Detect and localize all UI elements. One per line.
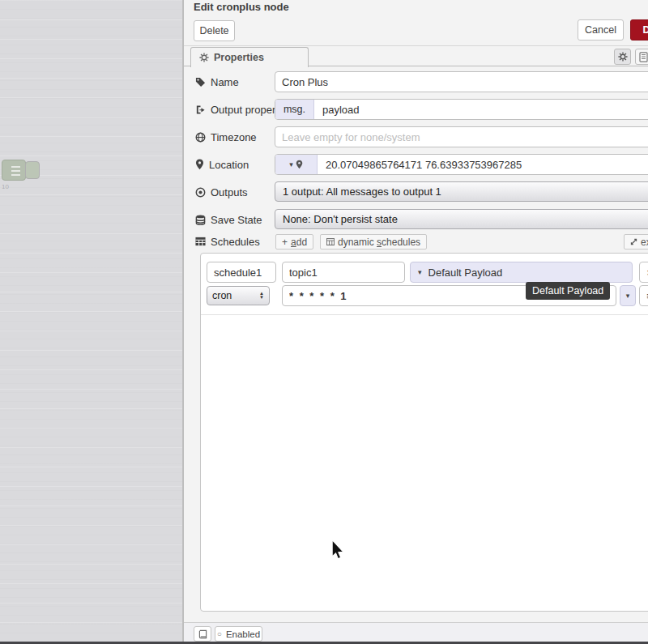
dot-circle-icon bbox=[195, 187, 206, 198]
book-icon bbox=[198, 629, 207, 639]
map-marker-icon bbox=[296, 160, 303, 169]
tab-bar: Properties bbox=[184, 47, 648, 66]
output-property-label: Output property bbox=[195, 99, 284, 120]
schedule-menu-button[interactable]: ≡ bbox=[639, 285, 648, 306]
select-updown-icon: ▲▼ bbox=[259, 292, 264, 300]
save-state-label: Save State bbox=[195, 209, 262, 230]
map-marker-icon bbox=[195, 159, 204, 170]
delete-button[interactable]: Delete bbox=[194, 20, 235, 41]
schedule-list-item: ▾ Default Payload × cron ▲▼ ▾ ≡ Default … bbox=[201, 254, 648, 315]
document-icon bbox=[639, 52, 648, 62]
cancel-button[interactable]: Cancel bbox=[578, 19, 624, 41]
plus-icon: + bbox=[282, 237, 288, 248]
outputs-select[interactable]: 1 output: All messages to output 1 bbox=[275, 181, 648, 202]
globe-icon bbox=[195, 132, 206, 143]
name-input[interactable] bbox=[275, 71, 648, 92]
schedules-list: ▾ Default Payload × cron ▲▼ ▾ ≡ Default … bbox=[200, 253, 648, 612]
location-value: 20.07049865764171 76.63933753967285 bbox=[326, 159, 522, 171]
tray-footer: ○ Enabled bbox=[184, 622, 648, 642]
caret-down-icon: ▾ bbox=[289, 160, 293, 168]
location-input[interactable]: ▾ 20.07049865764171 76.63933753967285 bbox=[275, 154, 648, 175]
caret-down-icon: ▾ bbox=[626, 292, 630, 300]
location-type-chip[interactable]: ▾ bbox=[275, 155, 318, 174]
tray-toolbar: Delete Cancel Done bbox=[184, 15, 648, 46]
toggle-circle-icon: ○ bbox=[217, 629, 222, 638]
remove-schedule-button[interactable]: × bbox=[639, 262, 648, 283]
dynamic-schedules-button[interactable]: dynamic schedules bbox=[320, 234, 427, 249]
msg-type-chip[interactable]: msg. bbox=[275, 100, 314, 119]
database-icon bbox=[195, 215, 206, 225]
expand-icon bbox=[630, 238, 637, 245]
description-tab-button[interactable] bbox=[635, 49, 648, 65]
table-icon bbox=[195, 237, 206, 246]
schedule-topic-input[interactable] bbox=[282, 262, 405, 283]
gear-icon bbox=[199, 53, 209, 62]
tray-title: Edit cronplus node bbox=[194, 1, 289, 13]
caret-down-icon: ▾ bbox=[418, 268, 422, 276]
table-icon bbox=[326, 238, 335, 245]
node-help-button[interactable] bbox=[194, 626, 211, 642]
done-button[interactable]: Done bbox=[630, 19, 648, 41]
timezone-label: Timezone bbox=[195, 126, 257, 147]
output-property-value: payload bbox=[322, 104, 360, 116]
location-label: Location bbox=[195, 154, 249, 175]
properties-tab-button[interactable] bbox=[614, 49, 631, 65]
tag-icon bbox=[195, 77, 206, 87]
mouse-cursor bbox=[330, 540, 345, 561]
outputs-label: Outputs bbox=[195, 181, 248, 203]
expand-button[interactable]: expand bbox=[624, 234, 648, 249]
node-enabled-toggle[interactable]: ○ Enabled bbox=[215, 626, 262, 642]
save-state-select[interactable]: None: Don't persist state bbox=[275, 209, 648, 229]
gear-icon bbox=[618, 52, 628, 62]
add-schedule-button[interactable]: + add bbox=[275, 234, 313, 249]
schedule-name-input[interactable] bbox=[207, 262, 276, 283]
output-property-input[interactable]: msg. payload bbox=[275, 99, 648, 120]
sign-out-icon bbox=[195, 104, 206, 115]
tab-properties-label: Properties bbox=[214, 52, 264, 63]
name-label: Name bbox=[195, 71, 239, 92]
payload-type-select[interactable]: ▾ Default Payload bbox=[410, 262, 633, 283]
expression-dropdown-button[interactable]: ▾ bbox=[620, 285, 636, 306]
flow-workspace: 10 bbox=[0, 0, 183, 644]
workspace-dim-overlay bbox=[0, 0, 183, 644]
schedules-label: Schedules bbox=[195, 232, 260, 250]
payload-tooltip: Default Payload bbox=[526, 282, 610, 300]
edit-tray: Edit cronplus node Delete Cancel Done Pr… bbox=[183, 0, 648, 644]
tab-properties[interactable]: Properties bbox=[190, 47, 309, 67]
timezone-input[interactable] bbox=[275, 126, 648, 147]
schedule-type-select[interactable]: cron ▲▼ bbox=[207, 286, 270, 305]
